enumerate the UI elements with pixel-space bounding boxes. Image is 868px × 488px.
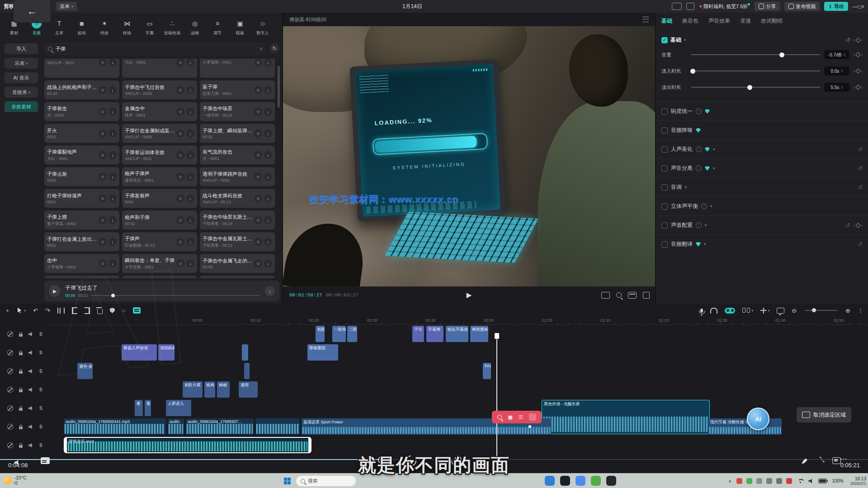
start-button[interactable]: [284, 478, 291, 484]
favorite-button[interactable]: ☆: [99, 86, 107, 94]
timeline-clip[interactable]: PAC: [483, 363, 491, 379]
favorite-button[interactable]: ☆: [254, 259, 262, 267]
timeline-clip[interactable]: [255, 418, 300, 435]
promo-banner[interactable]: ♥限时福利, 低至7.5折: [699, 3, 750, 10]
tray-cloud-icon[interactable]: [756, 478, 762, 484]
timeline-clip[interactable]: 树状图标: [470, 326, 488, 342]
battery-icon[interactable]: [818, 479, 827, 483]
chevron-down-icon[interactable]: ▾: [710, 204, 712, 208]
chevron-down-icon[interactable]: ▾: [705, 223, 707, 227]
sound-card[interactable]: 有气流的攻击升 - 0001☆↓: [200, 145, 275, 164]
solo-track-icon[interactable]: S: [39, 424, 42, 429]
download-button[interactable]: ↓: [108, 129, 117, 137]
sound-card[interactable]: 子弹从耳边飞过的声音效果00:01☆↓: [122, 276, 197, 278]
play-button[interactable]: ▶: [49, 285, 61, 297]
timeline-clip[interactable]: 二阶: [347, 326, 357, 342]
smart-caption-button[interactable]: [133, 307, 141, 314]
share-button[interactable]: 分享: [755, 2, 780, 11]
sound-card[interactable]: 大白 - 0002☆↓: [122, 59, 197, 78]
sound-card[interactable]: 子弹上膛装子弹高 - 0002☆↓: [44, 211, 119, 230]
download-button[interactable]: ↓: [186, 259, 194, 267]
solo-track-icon[interactable]: S: [39, 332, 42, 337]
download-button[interactable]: ↓: [264, 59, 272, 66]
keyframe-dot[interactable]: [528, 425, 531, 428]
search-settings-button[interactable]: ↻: [269, 43, 279, 53]
keyframe-control[interactable]: ‹›: [853, 223, 863, 228]
hide-track-icon[interactable]: [7, 387, 13, 393]
sound-card[interactable]: 小李智障 - 0001☆↓: [200, 59, 275, 78]
sound-card[interactable]: 子弹上膛、瞬间装弹音效00:01☆↓: [200, 124, 275, 143]
tray-device-icon[interactable]: [776, 478, 782, 484]
timeline-clip[interactable]: audio: [168, 418, 184, 435]
tab-effects[interactable]: ✶特效: [93, 14, 116, 40]
favorite-button[interactable]: ☆: [99, 194, 107, 202]
timeline-clip[interactable]: audio_05861b0a_1768550441.mp3: [64, 418, 166, 435]
cancel-selection-tooltip[interactable]: 取消选定区域: [797, 407, 851, 422]
solo-track-icon[interactable]: S: [39, 443, 42, 448]
tab-filters[interactable]: ◎滤镜: [184, 14, 206, 40]
close-button[interactable]: ×: [861, 4, 864, 10]
download-button[interactable]: ↓: [108, 59, 117, 66]
favorite-button[interactable]: ☆: [99, 259, 107, 267]
progress-bar[interactable]: [91, 295, 260, 296]
download-button[interactable]: ↓: [186, 59, 194, 66]
favorite-button[interactable]: ☆: [99, 59, 107, 66]
timeline-clip[interactable]: 看: [135, 400, 143, 416]
download-button[interactable]: ↓: [108, 216, 117, 224]
sound-card[interactable]: 子弹打在金属上发出的声音0001☆↓: [44, 276, 119, 278]
ratio-icon[interactable]: [628, 292, 637, 299]
checkbox[interactable]: [661, 241, 668, 248]
favorite-button[interactable]: ☆: [254, 238, 262, 246]
download-button[interactable]: ↓: [264, 129, 272, 137]
slider-handle[interactable]: [747, 85, 752, 90]
mute-track-icon[interactable]: [28, 369, 33, 374]
favorite-button[interactable]: ☆: [254, 216, 262, 224]
wifi-icon[interactable]: [797, 479, 803, 484]
sound-card[interactable]: 瞬间射击：单发、子弹十字交集 - 0001☆↓: [122, 254, 197, 273]
reset-icon[interactable]: ↺: [845, 37, 850, 43]
checkbox[interactable]: [661, 165, 668, 172]
sound-card[interactable]: XNCLIP - 0012☆↓: [44, 59, 119, 78]
hide-track-icon[interactable]: [7, 442, 13, 448]
pip-icon[interactable]: [832, 457, 841, 464]
tray-rec-icon[interactable]: [786, 478, 792, 484]
clear-search-icon[interactable]: ✕: [259, 46, 263, 52]
list-tool-icon[interactable]: ☰: [519, 414, 523, 420]
favorite-button[interactable]: ☆: [176, 216, 184, 224]
maximize-button[interactable]: □: [858, 4, 861, 10]
timeline-clip[interactable]: 通告-家: [77, 363, 93, 379]
hide-track-icon[interactable]: [7, 350, 13, 356]
sound-card[interactable]: 装子弹战军刀海 - 0001☆↓: [200, 80, 275, 99]
mute-track-icon[interactable]: [28, 443, 33, 448]
sound-card[interactable]: 子弹射运动体音效XNCLIP - 0011☆↓: [122, 145, 197, 164]
keyframe-control[interactable]: ‹›: [853, 85, 863, 90]
chevron-down-icon[interactable]: ▾: [713, 147, 715, 151]
sound-card[interactable]: 透明子弹弹跳声音效XNCLIP - 0001☆↓: [200, 167, 275, 186]
menu-button[interactable]: 菜单▾: [56, 2, 77, 11]
sound-card[interactable]: 装新子弹0002☆↓: [200, 276, 275, 278]
cover-button[interactable]: [777, 308, 784, 314]
download-button[interactable]: ↓: [108, 86, 117, 94]
reset-icon[interactable]: ↺: [858, 146, 863, 153]
favorite-button[interactable]: ☆: [254, 173, 262, 181]
mute-track-icon[interactable]: [28, 425, 33, 429]
favorite-button[interactable]: ☆: [176, 238, 184, 246]
timeline-ruler[interactable]: 00:0000:1000:2000:3000:4000:5001:0001:10…: [50, 317, 868, 325]
sound-card[interactable]: 子弹击中金属飞走的声音效...00:06☆↓: [200, 254, 275, 273]
speaker-icon[interactable]: [808, 479, 813, 483]
download-button[interactable]: ↓: [186, 108, 194, 116]
loop-button[interactable]: ○: [122, 307, 126, 314]
redo-button[interactable]: ↷: [45, 307, 50, 314]
reset-icon[interactable]: ↺: [858, 241, 863, 248]
chevron-down-icon[interactable]: ▾: [704, 242, 706, 246]
favorite-button[interactable]: ☆: [254, 86, 262, 94]
download-button[interactable]: ↓: [264, 173, 272, 181]
grid-tool-icon[interactable]: ▦: [508, 414, 512, 420]
favorite-button[interactable]: ☆: [176, 151, 184, 159]
sidebar-item-music-library[interactable]: 乐库▾: [5, 58, 38, 69]
timeline-clip[interactable]: 强拍风格: [158, 344, 175, 361]
scrollbar[interactable]: [278, 66, 280, 108]
tab-adjust[interactable]: ≡调节: [206, 14, 229, 40]
snap-button[interactable]: [710, 308, 717, 314]
sound-card[interactable]: 子弹击中场景一维空间 - 00:21☆↓: [200, 102, 275, 121]
